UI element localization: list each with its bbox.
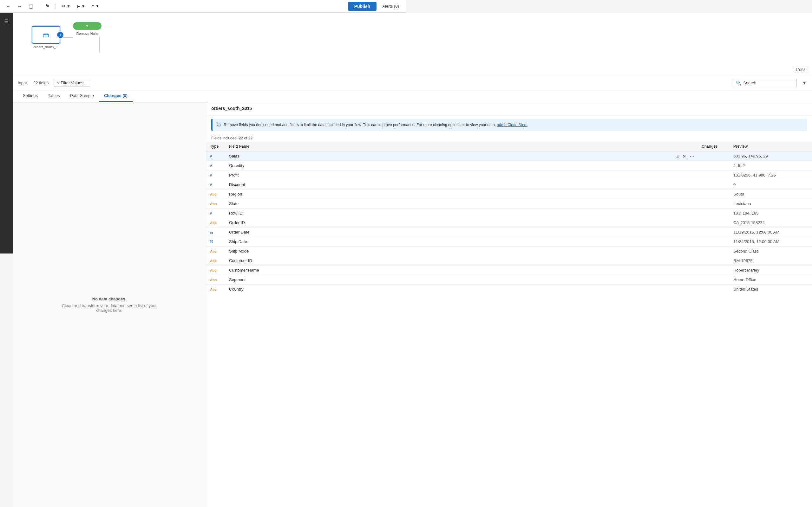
content-area: No data changes. Clean and transform you… (13, 102, 406, 253)
filter-icon-small: ▿ (57, 80, 59, 85)
type-cell: Abc (206, 218, 225, 228)
filter-node-label: Remove Nulls (77, 32, 98, 36)
field-name-cell: Ship Date (225, 237, 406, 246)
field-name-cell: Quantity (225, 161, 406, 170)
tab-changes[interactable]: Changes (0) (99, 90, 133, 102)
field-name: Discount (229, 182, 245, 187)
options-button[interactable]: ≡ ▼ (89, 3, 102, 10)
type-cell: # (206, 152, 225, 161)
tab-tables[interactable]: Tables (43, 90, 65, 102)
field-name: Order ID (229, 220, 245, 225)
table-row[interactable]: # Discount 0 (206, 180, 406, 189)
right-content: orders_south_2015 ⓘ Remove fields you do… (206, 102, 406, 253)
field-name-cell: Ship Mode (225, 246, 406, 254)
refresh-button[interactable]: ↻ ▼ (59, 3, 73, 10)
field-name-cell: Sales 👁⃠ ✕ ⋯ (225, 152, 406, 161)
table-row[interactable]: ☷ Ship Date 11/24/2015, 12:00:00 AM (206, 237, 406, 246)
field-name: State (229, 201, 239, 206)
type-cell: # (206, 180, 225, 189)
type-cell: Abc (206, 246, 225, 254)
fields-table: Type Field Name Changes Preview # Sales … (206, 142, 406, 253)
type-icon: # (210, 211, 212, 215)
home-button[interactable]: ▢ (27, 2, 35, 10)
table-row[interactable]: # Sales 👁⃠ ✕ ⋯ 503.96, 149.95, 29 (206, 152, 406, 161)
right-panel-title: orders_south_2015 (206, 102, 406, 115)
col-field-name: Field Name (225, 142, 406, 152)
source-node-label: orders_south_... (33, 45, 59, 49)
toolbar-divider (39, 3, 39, 9)
back-button[interactable]: ← (4, 2, 13, 10)
type-icon: Abc (210, 202, 217, 206)
type-cell: ☷ (206, 228, 225, 237)
source-node-box[interactable]: 🗃 + (32, 26, 60, 44)
table-row[interactable]: ☷ Order Date 11/19/2015, 12:00:00 AM (206, 228, 406, 237)
field-name: Profit (229, 173, 239, 177)
filter-node-container: ▿ Remove Nulls (73, 22, 111, 53)
publish-button[interactable]: Publish (348, 2, 377, 11)
filter-values-button[interactable]: ▿ Filter Values... (54, 79, 90, 87)
field-name: Region (229, 192, 242, 196)
add-step-button[interactable]: + (57, 32, 63, 38)
type-icon: # (210, 173, 212, 177)
info-banner: ⓘ Remove fields you don't need and add f… (211, 119, 406, 131)
fields-included: Fields included: 22 of 22 (206, 135, 406, 142)
field-name-cell: Row ID (225, 209, 406, 218)
field-name: Quantity (229, 163, 244, 168)
field-name: Row ID (229, 211, 243, 216)
table-row[interactable]: Abc Ship Mode Second Class (206, 246, 406, 254)
field-name-cell: Order Date (225, 228, 406, 237)
toolbar: ← → ▢ ⚑ ↻ ▼ ▶ ▼ ≡ ▼ Publish Alerts (0) (0, 0, 406, 13)
table-body: # Sales 👁⃠ ✕ ⋯ 503.96, 149.95, 29 # Quan… (206, 152, 406, 254)
filter-icon: ▿ (86, 24, 88, 28)
table-row[interactable]: Abc Region South (206, 189, 406, 199)
type-icon: # (210, 154, 212, 158)
run-button[interactable]: ▶ ▼ (74, 3, 88, 10)
info-icon: ⓘ (217, 123, 221, 127)
field-name: Ship Mode (229, 249, 249, 253)
type-cell: # (206, 209, 225, 218)
table-row[interactable]: # Quantity 4, 5, 2 (206, 161, 406, 170)
type-icon: ☷ (210, 230, 213, 234)
toolbar-divider2 (55, 3, 55, 9)
field-name-cell: Discount (225, 180, 406, 189)
bookmark-button[interactable]: ⚑ (43, 2, 51, 10)
type-icon: # (210, 183, 212, 187)
fields-count: 22 fields (33, 80, 49, 85)
field-name-cell: State (225, 199, 406, 209)
table-header-row: Type Field Name Changes Preview (206, 142, 406, 152)
field-name-cell: Profit (225, 170, 406, 180)
type-cell: Abc (206, 199, 225, 209)
type-icon: Abc (210, 221, 217, 225)
field-name: Order Date (229, 230, 249, 234)
table-row[interactable]: Abc State Louisiana (206, 199, 406, 209)
database-icon: 🗃 (43, 32, 49, 39)
filter-node[interactable]: ▿ (73, 22, 101, 30)
type-cell: Abc (206, 189, 225, 199)
type-icon: Abc (210, 249, 217, 253)
panel-header: Input 22 fields ▿ Filter Values... 🔍 ▾ (13, 76, 406, 90)
sidebar-toggle-button[interactable]: ☰ (2, 16, 11, 27)
flow-container: 🗃 + orders_south_... ▿ Remove Nulls (32, 22, 111, 53)
trailing-connector (101, 26, 111, 26)
tab-settings[interactable]: Settings (18, 90, 43, 102)
source-node[interactable]: 🗃 + orders_south_... (32, 26, 60, 49)
table-row[interactable]: # Row ID 183, 184, 185 (206, 209, 406, 218)
type-cell: # (206, 170, 225, 180)
type-icon: Abc (210, 192, 217, 196)
tab-data-sample[interactable]: Data Sample (65, 90, 99, 102)
type-cell: ☷ (206, 237, 225, 246)
canvas-area: 🗃 + orders_south_... ▿ Remove Nulls (13, 13, 406, 76)
field-name: Ship Date (229, 239, 247, 244)
table-row[interactable]: # Profit 131.0296, 41.986, 7.25 (206, 170, 406, 180)
alerts-button[interactable]: Alerts (0) (379, 2, 402, 10)
forward-button[interactable]: → (15, 2, 24, 10)
table-row[interactable]: Abc Order ID CA-2015-158274 (206, 218, 406, 228)
input-label: Input (18, 80, 27, 85)
field-name-cell: Region (225, 189, 406, 199)
field-name-cell: Order ID (225, 218, 406, 228)
left-sidebar: ☰ (0, 13, 13, 253)
tabs: Settings Tables Data Sample Changes (0) (13, 90, 406, 102)
info-text: Remove fields you don't need and add fil… (223, 123, 406, 127)
run-group: ↻ ▼ ▶ ▼ ≡ ▼ (59, 3, 102, 10)
col-type: Type (206, 142, 225, 152)
